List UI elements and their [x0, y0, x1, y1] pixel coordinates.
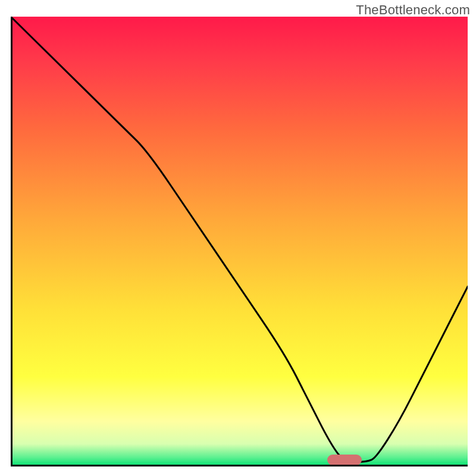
chart-line-curve	[11, 17, 468, 466]
chart-marker	[327, 455, 362, 465]
x-axis	[11, 465, 468, 466]
watermark-text: TheBottleneck.com	[356, 2, 470, 18]
chart-plot-area	[11, 17, 468, 466]
y-axis	[11, 17, 12, 466]
